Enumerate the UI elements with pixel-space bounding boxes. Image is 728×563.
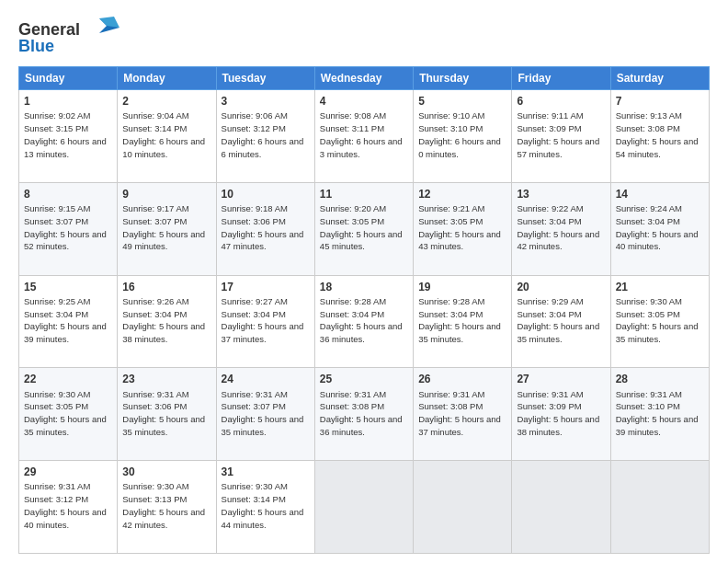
day-info: Sunrise: 9:27 AMSunset: 3:04 PMDaylight:…	[222, 296, 304, 344]
day-number: 18	[320, 280, 408, 294]
day-info: Sunrise: 9:11 AMSunset: 3:09 PMDaylight:…	[517, 110, 599, 158]
day-number: 24	[222, 372, 310, 386]
logo-svg: General Blue	[18, 15, 119, 55]
calendar-day-cell: 20 Sunrise: 9:29 AMSunset: 3:04 PMDaylig…	[512, 275, 610, 368]
calendar-day-cell: 25 Sunrise: 9:31 AMSunset: 3:08 PMDaylig…	[314, 368, 413, 461]
header: General Blue	[18, 15, 710, 59]
day-info: Sunrise: 9:30 AMSunset: 3:05 PMDaylight:…	[616, 296, 699, 344]
day-info: Sunrise: 9:28 AMSunset: 3:04 PMDaylight:…	[418, 296, 501, 344]
day-info: Sunrise: 9:18 AMSunset: 3:06 PMDaylight:…	[222, 203, 304, 251]
day-info: Sunrise: 9:21 AMSunset: 3:05 PMDaylight:…	[418, 203, 501, 251]
day-info: Sunrise: 9:22 AMSunset: 3:04 PMDaylight:…	[517, 203, 599, 251]
day-info: Sunrise: 9:04 AMSunset: 3:14 PMDaylight:…	[122, 110, 205, 158]
calendar-day-cell: 30 Sunrise: 9:30 AMSunset: 3:13 PMDaylig…	[118, 461, 216, 554]
calendar-day-cell: 22 Sunrise: 9:30 AMSunset: 3:05 PMDaylig…	[19, 368, 118, 461]
day-info: Sunrise: 9:15 AMSunset: 3:07 PMDaylight:…	[24, 203, 107, 251]
day-info: Sunrise: 9:24 AMSunset: 3:04 PMDaylight:…	[616, 203, 699, 251]
day-info: Sunrise: 9:29 AMSunset: 3:04 PMDaylight:…	[517, 296, 599, 344]
day-number: 9	[122, 187, 210, 201]
day-info: Sunrise: 9:08 AMSunset: 3:11 PMDaylight:…	[320, 110, 403, 158]
calendar-day-cell: 16 Sunrise: 9:26 AMSunset: 3:04 PMDaylig…	[118, 275, 216, 368]
day-info: Sunrise: 9:28 AMSunset: 3:04 PMDaylight:…	[320, 296, 403, 344]
calendar-day-cell: 11 Sunrise: 9:20 AMSunset: 3:05 PMDaylig…	[314, 182, 413, 275]
weekday-header: Monday	[118, 67, 216, 90]
calendar-day-cell: 12 Sunrise: 9:21 AMSunset: 3:05 PMDaylig…	[414, 182, 512, 275]
weekday-header: Thursday	[414, 67, 512, 90]
day-info: Sunrise: 9:25 AMSunset: 3:04 PMDaylight:…	[24, 296, 107, 344]
weekday-header: Friday	[512, 67, 610, 90]
calendar-week-row: 15 Sunrise: 9:25 AMSunset: 3:04 PMDaylig…	[19, 275, 710, 368]
day-number: 3	[222, 94, 310, 109]
calendar-day-cell	[314, 461, 413, 554]
calendar-day-cell: 9 Sunrise: 9:17 AMSunset: 3:07 PMDayligh…	[118, 182, 216, 275]
weekday-header: Tuesday	[216, 67, 314, 90]
day-info: Sunrise: 9:17 AMSunset: 3:07 PMDaylight:…	[122, 203, 205, 251]
calendar-day-cell: 27 Sunrise: 9:31 AMSunset: 3:09 PMDaylig…	[512, 368, 610, 461]
calendar-week-row: 22 Sunrise: 9:30 AMSunset: 3:05 PMDaylig…	[19, 368, 710, 461]
calendar-day-cell: 23 Sunrise: 9:31 AMSunset: 3:06 PMDaylig…	[118, 368, 216, 461]
day-info: Sunrise: 9:10 AMSunset: 3:10 PMDaylight:…	[418, 110, 501, 158]
calendar-day-cell: 28 Sunrise: 9:31 AMSunset: 3:10 PMDaylig…	[610, 368, 709, 461]
day-number: 5	[418, 94, 506, 109]
day-info: Sunrise: 9:30 AMSunset: 3:05 PMDaylight:…	[24, 389, 107, 437]
day-number: 20	[517, 280, 605, 294]
calendar-day-cell: 31 Sunrise: 9:30 AMSunset: 3:14 PMDaylig…	[216, 461, 314, 554]
day-info: Sunrise: 9:31 AMSunset: 3:08 PMDaylight:…	[320, 389, 403, 437]
calendar-day-cell: 19 Sunrise: 9:28 AMSunset: 3:04 PMDaylig…	[414, 275, 512, 368]
calendar-day-cell: 5 Sunrise: 9:10 AMSunset: 3:10 PMDayligh…	[414, 90, 512, 183]
weekday-header: Saturday	[610, 67, 709, 90]
day-info: Sunrise: 9:20 AMSunset: 3:05 PMDaylight:…	[320, 203, 403, 251]
day-number: 26	[418, 372, 506, 386]
day-info: Sunrise: 9:31 AMSunset: 3:07 PMDaylight:…	[222, 389, 304, 437]
day-number: 19	[418, 280, 506, 294]
day-number: 4	[320, 94, 408, 109]
day-number: 29	[24, 465, 112, 479]
calendar-day-cell: 1 Sunrise: 9:02 AMSunset: 3:15 PMDayligh…	[19, 90, 118, 183]
calendar-body: 1 Sunrise: 9:02 AMSunset: 3:15 PMDayligh…	[19, 90, 710, 554]
day-number: 8	[24, 187, 112, 201]
day-info: Sunrise: 9:30 AMSunset: 3:13 PMDaylight:…	[122, 481, 205, 529]
day-number: 16	[122, 280, 210, 294]
calendar-day-cell	[512, 461, 610, 554]
day-number: 13	[517, 187, 605, 201]
calendar-day-cell	[610, 461, 709, 554]
calendar-day-cell: 3 Sunrise: 9:06 AMSunset: 3:12 PMDayligh…	[216, 90, 314, 183]
svg-text:Blue: Blue	[18, 37, 54, 55]
logo: General Blue	[18, 15, 119, 59]
day-number: 14	[616, 187, 704, 201]
calendar-day-cell: 21 Sunrise: 9:30 AMSunset: 3:05 PMDaylig…	[610, 275, 709, 368]
day-info: Sunrise: 9:06 AMSunset: 3:12 PMDaylight:…	[222, 110, 304, 158]
calendar-week-row: 8 Sunrise: 9:15 AMSunset: 3:07 PMDayligh…	[19, 182, 710, 275]
calendar-day-cell: 29 Sunrise: 9:31 AMSunset: 3:12 PMDaylig…	[19, 461, 118, 554]
calendar-day-cell: 10 Sunrise: 9:18 AMSunset: 3:06 PMDaylig…	[216, 182, 314, 275]
day-number: 27	[517, 372, 605, 386]
svg-text:General: General	[18, 20, 80, 39]
day-info: Sunrise: 9:31 AMSunset: 3:12 PMDaylight:…	[24, 481, 107, 529]
day-info: Sunrise: 9:02 AMSunset: 3:15 PMDaylight:…	[24, 110, 107, 158]
day-info: Sunrise: 9:31 AMSunset: 3:06 PMDaylight:…	[122, 389, 205, 437]
day-number: 1	[24, 94, 112, 109]
calendar-day-cell: 8 Sunrise: 9:15 AMSunset: 3:07 PMDayligh…	[19, 182, 118, 275]
day-number: 7	[616, 94, 704, 109]
day-number: 11	[320, 187, 408, 201]
weekday-header: Wednesday	[314, 67, 413, 90]
calendar-table: SundayMondayTuesdayWednesdayThursdayFrid…	[18, 66, 710, 554]
calendar-day-cell: 4 Sunrise: 9:08 AMSunset: 3:11 PMDayligh…	[314, 90, 413, 183]
day-info: Sunrise: 9:31 AMSunset: 3:08 PMDaylight:…	[418, 389, 501, 437]
page: General Blue SundayMondayTuesdayWednesda…	[0, 0, 728, 563]
day-number: 12	[418, 187, 506, 201]
day-number: 31	[222, 465, 310, 479]
calendar-day-cell: 26 Sunrise: 9:31 AMSunset: 3:08 PMDaylig…	[414, 368, 512, 461]
calendar-day-cell: 17 Sunrise: 9:27 AMSunset: 3:04 PMDaylig…	[216, 275, 314, 368]
calendar-day-cell: 6 Sunrise: 9:11 AMSunset: 3:09 PMDayligh…	[512, 90, 610, 183]
day-info: Sunrise: 9:30 AMSunset: 3:14 PMDaylight:…	[222, 481, 304, 529]
calendar-week-row: 29 Sunrise: 9:31 AMSunset: 3:12 PMDaylig…	[19, 461, 710, 554]
day-info: Sunrise: 9:31 AMSunset: 3:10 PMDaylight:…	[616, 389, 699, 437]
svg-marker-3	[99, 17, 119, 28]
calendar-day-cell	[414, 461, 512, 554]
calendar-day-cell: 24 Sunrise: 9:31 AMSunset: 3:07 PMDaylig…	[216, 368, 314, 461]
calendar-day-cell: 2 Sunrise: 9:04 AMSunset: 3:14 PMDayligh…	[118, 90, 216, 183]
calendar-header-row: SundayMondayTuesdayWednesdayThursdayFrid…	[19, 67, 710, 90]
weekday-header: Sunday	[19, 67, 118, 90]
day-number: 21	[616, 280, 704, 294]
